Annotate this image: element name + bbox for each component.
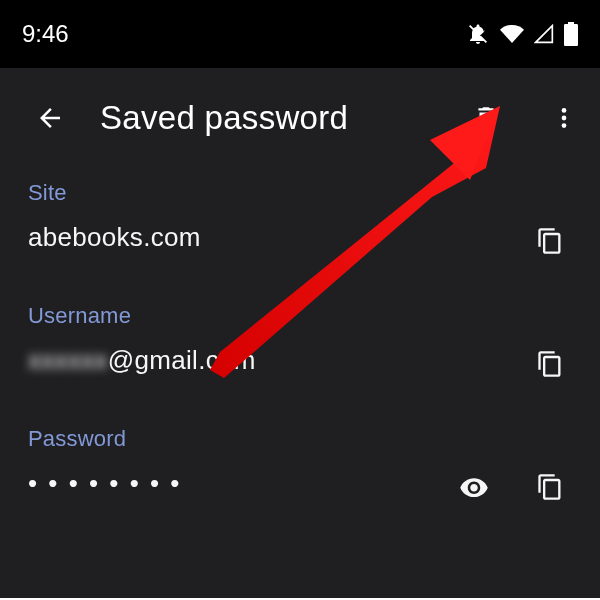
wifi-icon: [500, 22, 524, 46]
svg-point-1: [562, 116, 567, 121]
status-icons: [466, 22, 578, 46]
site-label: Site: [28, 180, 572, 206]
delete-button[interactable]: [464, 96, 508, 140]
page-title: Saved password: [100, 99, 430, 137]
battery-icon: [564, 22, 578, 46]
back-button[interactable]: [28, 96, 72, 140]
status-bar: 9:46: [0, 0, 600, 68]
phone-screen: 9:46 Saved password Site ab: [0, 0, 600, 598]
username-blurred: xxxxxx: [28, 345, 108, 376]
username-value[interactable]: xxxxxx@gmail.com: [28, 339, 528, 398]
show-password-button[interactable]: [452, 465, 496, 509]
username-suffix: @gmail.com: [108, 345, 256, 375]
field-username: Username xxxxxx@gmail.com: [0, 291, 600, 406]
password-label: Password: [28, 426, 572, 452]
svg-point-2: [562, 123, 567, 128]
field-site: Site abebooks.com: [0, 168, 600, 283]
signal-icon: [534, 24, 554, 44]
status-time: 9:46: [22, 20, 69, 48]
content-area: Saved password Site abebooks.com Us: [0, 68, 600, 598]
field-password: Password • • • • • • • •: [0, 414, 600, 529]
username-label: Username: [28, 303, 572, 329]
dnd-icon: [466, 22, 490, 46]
site-value[interactable]: abebooks.com: [28, 216, 528, 275]
svg-point-0: [562, 108, 567, 113]
password-value[interactable]: • • • • • • • •: [28, 462, 452, 521]
copy-site-button[interactable]: [528, 219, 572, 263]
copy-username-button[interactable]: [528, 342, 572, 386]
app-bar: Saved password: [0, 68, 600, 168]
more-button[interactable]: [542, 96, 586, 140]
copy-password-button[interactable]: [528, 465, 572, 509]
